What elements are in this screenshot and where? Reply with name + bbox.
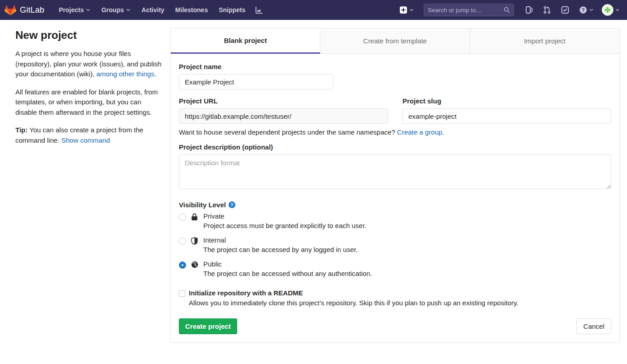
project-slug-input[interactable] bbox=[402, 108, 611, 124]
new-menu-button[interactable] bbox=[397, 4, 416, 16]
svg-text:?: ? bbox=[582, 7, 585, 13]
visibility-option-public: Public The project can be accessed witho… bbox=[179, 260, 611, 277]
readme-description: Allows you to immediately clone this pro… bbox=[189, 299, 519, 307]
visibility-help-icon[interactable]: ? bbox=[229, 201, 235, 208]
shield-icon bbox=[191, 237, 199, 245]
namespace-hint: Want to house several dependent projects… bbox=[179, 128, 611, 136]
todos-icon[interactable] bbox=[557, 3, 573, 17]
project-description-textarea[interactable] bbox=[179, 154, 611, 189]
avatar bbox=[602, 4, 613, 16]
nav-item-groups[interactable]: Groups bbox=[97, 4, 135, 16]
nav-item-projects[interactable]: Projects bbox=[54, 4, 95, 16]
brand-text: GitLab bbox=[20, 5, 44, 15]
globe-icon bbox=[191, 261, 199, 268]
lock-icon bbox=[191, 213, 199, 221]
search-icon bbox=[504, 7, 510, 13]
features-paragraph: All features are enabled for blank proje… bbox=[15, 87, 164, 118]
merge-requests-icon[interactable] bbox=[539, 3, 555, 17]
readme-option: Initialize repository with a README Allo… bbox=[179, 289, 611, 307]
project-url-input[interactable] bbox=[179, 108, 388, 124]
readme-checkbox[interactable] bbox=[179, 290, 185, 297]
blank-project-form: Project name Project URL Project slug Wa… bbox=[171, 54, 619, 342]
help-menu[interactable]: ? bbox=[576, 3, 597, 17]
private-radio[interactable] bbox=[179, 214, 186, 221]
issues-icon[interactable] bbox=[521, 3, 537, 17]
help-icon: ? bbox=[579, 6, 587, 14]
plus-icon bbox=[399, 6, 407, 14]
nav-item-milestones[interactable]: Milestones bbox=[171, 4, 212, 16]
internal-description: The project can be accessed by any logge… bbox=[203, 246, 358, 253]
create-a-group-link[interactable]: Create a group bbox=[397, 128, 442, 136]
internal-radio[interactable] bbox=[179, 238, 186, 245]
tab-blank-project[interactable]: Blank project bbox=[171, 28, 320, 54]
user-menu[interactable] bbox=[602, 4, 620, 16]
new-project-sidebar: New project A project is where you house… bbox=[15, 28, 164, 153]
project-type-tabs: Blank project Create from template Impor… bbox=[171, 28, 619, 54]
readme-label[interactable]: Initialize repository with a README bbox=[189, 289, 519, 297]
form-actions: Create project Cancel bbox=[179, 318, 611, 334]
project-description-label: Project description (optional) bbox=[179, 143, 611, 151]
search-input[interactable] bbox=[428, 7, 496, 14]
among-other-things-link[interactable]: among other things bbox=[96, 70, 154, 78]
gitlab-tanuki-logo bbox=[5, 5, 16, 16]
project-name-label: Project name bbox=[179, 63, 611, 70]
private-label[interactable]: Private bbox=[203, 212, 366, 220]
tip-paragraph: Tip: You can also create a project from … bbox=[15, 125, 164, 145]
cancel-button[interactable]: Cancel bbox=[576, 318, 611, 334]
tab-import-project[interactable]: Import project bbox=[470, 28, 619, 54]
project-url-label: Project URL bbox=[179, 97, 388, 105]
visibility-level-label: Visibility Level ? bbox=[179, 201, 611, 209]
public-description: The project can be accessed without any … bbox=[203, 270, 372, 277]
charts-icon[interactable] bbox=[252, 4, 267, 17]
internal-label[interactable]: Internal bbox=[203, 236, 358, 244]
gitlab-home-link[interactable]: GitLab bbox=[5, 5, 44, 16]
nav-item-activity[interactable]: Activity bbox=[137, 4, 169, 16]
new-project-panel: Blank project Create from template Impor… bbox=[170, 28, 620, 343]
top-navbar: GitLab Projects Groups Activity Mileston… bbox=[0, 0, 627, 20]
global-search[interactable] bbox=[424, 4, 514, 16]
page-title: New project bbox=[15, 29, 164, 42]
public-label[interactable]: Public bbox=[203, 260, 372, 268]
project-name-input[interactable] bbox=[179, 74, 333, 89]
visibility-option-private: Private Project access must be granted e… bbox=[179, 212, 611, 229]
visibility-option-internal: Internal The project can be accessed by … bbox=[179, 236, 611, 253]
create-project-button[interactable]: Create project bbox=[179, 318, 237, 334]
nav-item-snippets[interactable]: Snippets bbox=[214, 4, 250, 16]
project-slug-label: Project slug bbox=[402, 97, 611, 105]
public-radio[interactable] bbox=[179, 261, 186, 269]
show-command-link[interactable]: Show command bbox=[61, 136, 110, 144]
intro-paragraph: A project is where you house your files … bbox=[15, 49, 164, 79]
tab-create-from-template[interactable]: Create from template bbox=[320, 28, 470, 54]
private-description: Project access must be granted explicitl… bbox=[203, 222, 366, 229]
primary-nav: Projects Groups Activity Milestones Snip… bbox=[54, 4, 267, 17]
